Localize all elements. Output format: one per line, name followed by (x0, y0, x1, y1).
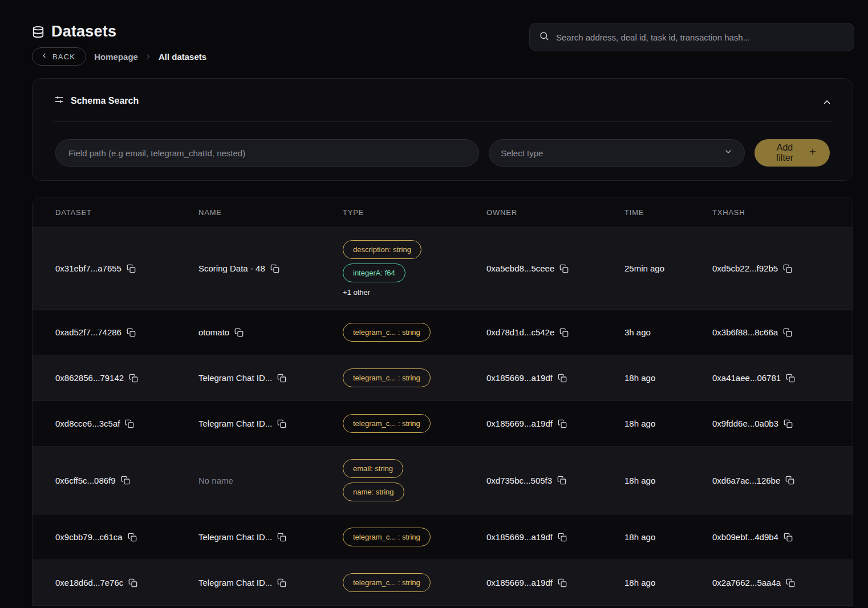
field-path-input[interactable] (55, 139, 479, 167)
owner-copy-button[interactable] (558, 533, 567, 542)
owner-copy-button[interactable] (558, 419, 567, 428)
schema-search-title: Schema Search (71, 96, 139, 106)
txhash-copy-button[interactable] (786, 578, 795, 587)
more-types-note: +1 other (343, 288, 370, 297)
schema-search-controls: Select type Add filter (33, 122, 853, 167)
type-cell: telegram_c... : string (343, 561, 486, 605)
txhash-value: 0xd6a7ac...126be (712, 476, 780, 485)
dataset-name: Telegram Chat ID... (198, 532, 272, 542)
breadcrumb-home[interactable]: Homepage (94, 52, 138, 62)
txhash-copy-button[interactable] (783, 328, 792, 337)
txhash-copy-button[interactable] (786, 374, 795, 383)
back-button[interactable]: BACK (32, 47, 86, 66)
table-row[interactable]: 0xd8cce6...3c5af Telegram Chat ID... tel… (33, 400, 853, 446)
schema-search-panel: Schema Search Select type Add filter (32, 78, 853, 181)
collapse-panel-button[interactable] (818, 94, 835, 112)
dataset-copy-button[interactable] (127, 328, 136, 337)
owner-hash: 0xd78d1d...c542e (486, 327, 554, 337)
search-input[interactable] (556, 33, 845, 42)
type-badge: telegram_c... : string (343, 414, 431, 433)
owner-copy-button[interactable] (559, 328, 569, 337)
type-cell: telegram_c... : string (343, 356, 486, 400)
dataset-copy-button[interactable] (121, 476, 130, 485)
name-copy-button[interactable] (277, 533, 286, 542)
table-row[interactable]: 0x9cbb79...c61ca Telegram Chat ID... tel… (33, 514, 853, 560)
name-copy-button[interactable] (277, 419, 286, 428)
chevron-down-icon (724, 147, 733, 159)
column-header-time: TIME (624, 208, 712, 217)
plus-icon (808, 147, 817, 159)
schema-search-header: Schema Search (33, 95, 853, 121)
dataset-name: Telegram Chat ID... (198, 419, 272, 428)
dataset-name: No name (198, 476, 233, 485)
type-badge: telegram_c... : string (343, 528, 431, 546)
type-cell: telegram_c... : string (343, 515, 486, 559)
type-badge: integerA: f64 (343, 264, 405, 282)
owner-hash: 0x185669...a19df (486, 578, 553, 587)
chevron-right-icon (145, 53, 152, 60)
table-row[interactable]: 0x6cff5c...086f9 No name email: stringna… (33, 446, 853, 514)
dataset-hash: 0x6cff5c...086f9 (55, 476, 116, 485)
owner-copy-button[interactable] (558, 374, 567, 383)
dataset-copy-button[interactable] (129, 374, 138, 383)
add-filter-label: Add filter (767, 143, 802, 163)
txhash-copy-button[interactable] (785, 476, 794, 485)
breadcrumb-current: All datasets (159, 52, 206, 62)
dataset-copy-button[interactable] (127, 264, 136, 273)
table-body: 0x31ebf7...a7655 Scoring Data - 48 descr… (33, 227, 853, 605)
type-badge: telegram_c... : string (343, 573, 431, 592)
type-select-value: Select type (501, 148, 543, 158)
dataset-name: Telegram Chat ID... (198, 578, 272, 587)
owner-hash: 0x185669...a19df (486, 532, 553, 542)
txhash-copy-button[interactable] (783, 264, 792, 273)
dataset-hash: 0xe18d6d...7e76c (55, 578, 123, 587)
owner-hash: 0x185669...a19df (486, 373, 553, 383)
datasets-page: Datasets BACK Homepage All datasets (0, 0, 868, 606)
owner-copy-button[interactable] (557, 476, 566, 485)
name-copy-button[interactable] (277, 374, 286, 383)
type-badge: description: string (343, 240, 421, 259)
name-copy-button[interactable] (234, 328, 244, 337)
global-search[interactable] (529, 23, 854, 51)
txhash-copy-button[interactable] (784, 419, 793, 428)
datasets-table: DATASET NAME TYPE OWNER TIME TXHASH 0x31… (32, 197, 853, 606)
owner-copy-button[interactable] (559, 264, 569, 273)
time-value: 3h ago (624, 327, 651, 337)
dataset-hash: 0xad52f7...74286 (55, 327, 121, 337)
time-value: 18h ago (624, 373, 655, 383)
type-cell: telegram_c... : string (343, 402, 486, 445)
table-row[interactable]: 0x31ebf7...a7655 Scoring Data - 48 descr… (33, 227, 853, 309)
dataset-copy-button[interactable] (128, 533, 137, 542)
dataset-copy-button[interactable] (125, 419, 134, 428)
type-cell: description: stringintegerA: f64+1 other (343, 228, 486, 309)
time-value: 18h ago (624, 419, 655, 428)
txhash-value: 0x9fdd6e...0a0b3 (712, 419, 778, 428)
column-header-dataset: DATASET (55, 208, 198, 217)
add-filter-button[interactable]: Add filter (755, 139, 830, 167)
filter-sliders-icon (54, 95, 64, 107)
name-copy-button[interactable] (270, 264, 279, 273)
column-header-owner: OWNER (486, 208, 624, 217)
txhash-copy-button[interactable] (784, 533, 793, 542)
dataset-copy-button[interactable] (128, 578, 137, 587)
database-icon (32, 26, 44, 38)
page-title: Datasets (51, 23, 116, 40)
name-copy-button[interactable] (277, 578, 286, 587)
dataset-hash: 0x862856...79142 (55, 373, 124, 383)
table-header: DATASET NAME TYPE OWNER TIME TXHASH (33, 197, 853, 227)
time-value: 18h ago (624, 476, 655, 485)
txhash-value: 0x2a7662...5aa4a (712, 578, 781, 587)
table-row[interactable]: 0x862856...79142 Telegram Chat ID... tel… (33, 355, 853, 400)
dataset-name: Scoring Data - 48 (198, 264, 265, 273)
dataset-hash: 0x9cbb79...c61ca (55, 532, 123, 542)
table-row[interactable]: 0xad52f7...74286 otomato telegram_c... :… (33, 309, 853, 355)
txhash-value: 0xb09ebf...4d9b4 (712, 532, 778, 542)
owner-copy-button[interactable] (558, 578, 567, 587)
table-row[interactable]: 0xe18d6d...7e76c Telegram Chat ID... tel… (33, 560, 853, 605)
txhash-value: 0x3b6f88...8c66a (712, 327, 778, 337)
back-label: BACK (52, 52, 75, 61)
type-select[interactable]: Select type (489, 139, 745, 167)
column-header-txhash: TXHASH (712, 208, 830, 217)
type-badge: name: string (343, 483, 404, 501)
owner-hash: 0xa5ebd8...5ceee (486, 264, 554, 273)
